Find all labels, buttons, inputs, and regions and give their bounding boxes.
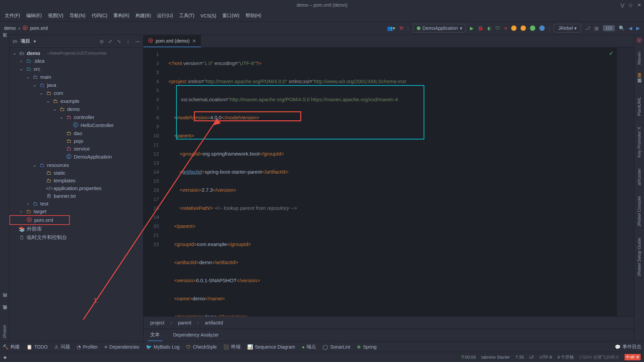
- run-icon[interactable]: ▶: [470, 25, 474, 31]
- struct-project[interactable]: project: [150, 320, 164, 325]
- maven-tool-icon[interactable]: ⓥ: [637, 38, 642, 44]
- rail-plantuml[interactable]: PlantUML: [637, 94, 642, 119]
- tree-controller[interactable]: ⌄🗀controller: [9, 113, 143, 121]
- menu-view[interactable]: 视图(V): [46, 12, 66, 19]
- target-icon[interactable]: ◎: [100, 39, 104, 44]
- rail-aixcoder[interactable]: aiXcoder: [637, 166, 642, 188]
- rail-favorites[interactable]: 收藏夹: [2, 310, 8, 316]
- vcs-branch-icon[interactable]: ⎇: [585, 25, 590, 31]
- collapse-icon[interactable]: ⤡: [117, 39, 121, 44]
- tree-appprops[interactable]: </>application.properties: [9, 184, 143, 192]
- rail-structure[interactable]: 结构: [2, 298, 8, 304]
- menu-nav[interactable]: 导航(N): [67, 12, 87, 19]
- more-icon[interactable]: ⋮: [126, 39, 130, 44]
- nav-back-icon[interactable]: ◀: [629, 25, 632, 31]
- jrebel-orange2-icon[interactable]: [521, 25, 526, 31]
- tree-java[interactable]: ⌄🗀java: [9, 81, 143, 89]
- maximize-icon[interactable]: ◇: [629, 2, 633, 8]
- debug-icon[interactable]: 🐞: [478, 25, 483, 31]
- people-icon[interactable]: 👥▾: [387, 25, 395, 31]
- bottom-checkstyle[interactable]: 🛡CheckStyle: [186, 344, 217, 350]
- run-config-selector[interactable]: ⬢ DemoApplication ▾: [413, 24, 466, 33]
- expand-icon[interactable]: ⤢: [108, 39, 112, 44]
- tree-dao[interactable]: 🗀dao: [9, 129, 143, 137]
- bottom-profiler[interactable]: ◔Profiler: [77, 344, 98, 350]
- tree-extlib[interactable]: 📚外部库: [9, 225, 143, 233]
- bottom-build[interactable]: 🔨构建: [3, 344, 20, 350]
- tree-target[interactable]: ›🗀target: [9, 207, 143, 215]
- bottom-seqdiag[interactable]: 📊Sequence Diagram: [247, 344, 295, 350]
- rail-jrebel-console[interactable]: JRebel Console: [637, 193, 642, 230]
- tree-banner[interactable]: 🖹banner.txt: [9, 192, 143, 200]
- jrebel-button[interactable]: JRebel ▾: [554, 24, 581, 33]
- tree-test[interactable]: ›🗀test: [9, 200, 143, 207]
- rail-maven[interactable]: Maven: [637, 49, 642, 67]
- nav-fwd-icon[interactable]: ▶: [636, 25, 640, 31]
- menu-vcs[interactable]: VCS(S): [199, 12, 218, 19]
- line-number-indicator[interactable]: 123: [603, 25, 615, 31]
- bottom-spring[interactable]: ❀Spring: [357, 344, 376, 350]
- tree-hello[interactable]: ⒸHelloController: [9, 121, 143, 129]
- tree-demo-pkg[interactable]: ⌄🗀demo: [9, 105, 143, 113]
- tree-demoapp[interactable]: ⒸDemoApplication: [9, 153, 143, 161]
- status-tabnine[interactable]: tabnine Starter: [481, 355, 510, 360]
- tab-dep-analyzer[interactable]: Dependency Analyzer: [170, 329, 221, 341]
- close-icon[interactable]: ✕: [637, 2, 641, 8]
- jrebel-blue-icon[interactable]: [539, 25, 545, 31]
- menu-refactor[interactable]: 重构(R): [111, 12, 131, 19]
- tree-static[interactable]: 🗀static: [9, 169, 143, 177]
- close-tab-icon[interactable]: ✕: [192, 38, 196, 44]
- tree-idea[interactable]: ›🗀.idea: [9, 57, 143, 65]
- menu-window[interactable]: 窗口(W): [220, 12, 241, 19]
- bottom-todo[interactable]: 📋TODO: [26, 344, 48, 350]
- project-tree[interactable]: ⌄🗁demo ~/IdeaProjects/JUCConcurrent ›🗀.i…: [9, 48, 143, 341]
- status-spaces[interactable]: 4 个空格: [557, 354, 574, 360]
- minimize-icon[interactable]: ⋁: [621, 2, 624, 8]
- ime-badge[interactable]: 中•拼⚙: [625, 354, 641, 360]
- status-lf[interactable]: LF: [529, 355, 534, 360]
- tree-root[interactable]: ⌄🗁demo ~/IdeaProjects/JUCConcurrent: [9, 49, 143, 57]
- menu-file[interactable]: 文件(F): [3, 12, 22, 19]
- bottom-terminal[interactable]: ⬛终端: [223, 344, 240, 350]
- minimap[interactable]: [617, 48, 634, 316]
- tab-text[interactable]: 文本: [148, 329, 162, 341]
- tree-com[interactable]: ⌄🗀com: [9, 89, 143, 97]
- build-icon[interactable]: ⚒: [399, 25, 404, 31]
- run-dash-icon[interactable]: ◐: [487, 25, 491, 31]
- tree-pojo[interactable]: 🗀pojo: [9, 137, 143, 145]
- tree-example[interactable]: ⌄🗀example: [9, 97, 143, 105]
- tree-service[interactable]: 🗀service: [9, 145, 143, 153]
- bottom-eventlog[interactable]: 💬事件日志: [615, 344, 641, 350]
- bottom-endpoint[interactable]: ●端点: [302, 344, 316, 350]
- tree-scratch[interactable]: 🗒临时文件和控制台: [9, 233, 143, 242]
- vcs-commit-icon[interactable]: ▦: [594, 25, 599, 31]
- chevron-down-icon[interactable]: ▾: [34, 39, 36, 44]
- menu-code[interactable]: 代码(C): [90, 12, 109, 19]
- tree-src[interactable]: ⌄🗀src: [9, 65, 143, 73]
- jrebel-orange-icon[interactable]: [511, 25, 517, 31]
- tree-main[interactable]: ⌄🗀main: [9, 73, 143, 81]
- menu-tools[interactable]: 工具(T): [177, 12, 197, 19]
- menu-edit[interactable]: 编辑(E): [24, 12, 44, 19]
- bottom-sonar[interactable]: ◯SonarLint: [323, 344, 350, 350]
- jrebel-green-icon[interactable]: [530, 25, 535, 31]
- breadcrumb-file[interactable]: pom.xml: [30, 25, 48, 31]
- bottom-mybatis[interactable]: 🐦MyBatis Log: [146, 344, 179, 350]
- status-encoding[interactable]: UTF-8: [540, 355, 552, 360]
- status-left-icon[interactable]: ◆: [3, 355, 7, 360]
- menu-build[interactable]: 构建(B): [133, 12, 153, 19]
- tree-resources[interactable]: ⌄🗀resources: [9, 161, 143, 169]
- search-icon[interactable]: 🔍: [619, 25, 625, 31]
- editor-tab-pom[interactable]: ⓥ pom.xml (demo) ✕: [144, 35, 201, 47]
- rail-jrebel-setup[interactable]: JRebel Setup Guide: [637, 235, 642, 279]
- database-icon[interactable]: 🗄: [637, 73, 642, 78]
- bottom-problems[interactable]: ⚠问题: [54, 344, 70, 350]
- tree-pom[interactable]: ⓥpom.xml: [9, 215, 70, 225]
- menu-run[interactable]: 运行(U): [155, 12, 175, 19]
- rail-jrebel[interactable]: JRebel: [2, 322, 7, 341]
- struct-parent[interactable]: parent: [178, 320, 192, 325]
- rail-database[interactable]: 数据库: [636, 83, 642, 89]
- stop-icon[interactable]: ■: [504, 25, 507, 31]
- code-editor[interactable]: <?xml version="1.0" encoding="UTF-8"?> <…: [164, 48, 634, 316]
- minimize-icon[interactable]: —: [135, 39, 140, 44]
